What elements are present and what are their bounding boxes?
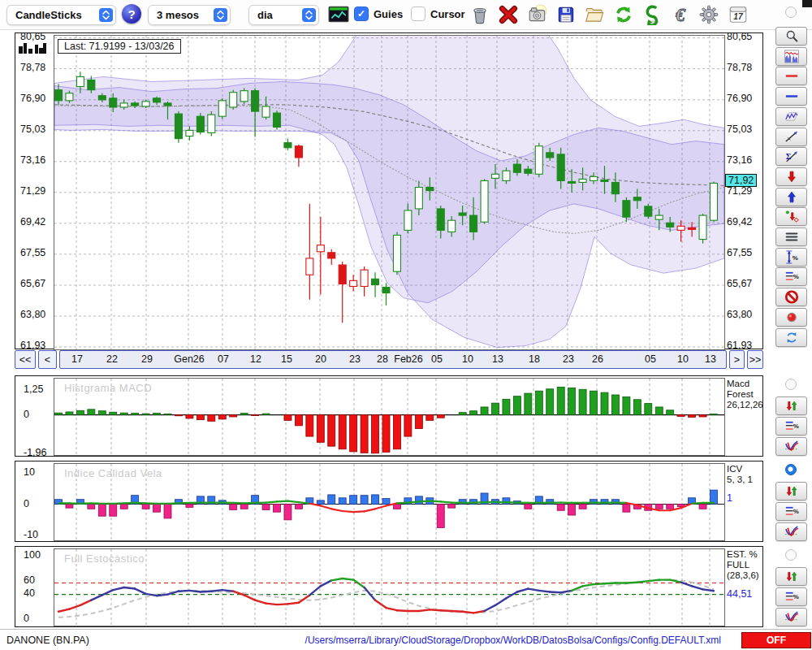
nav-fwd-button[interactable]: > xyxy=(729,350,745,369)
nav-fwd-fast-button[interactable]: >> xyxy=(747,350,763,369)
zigzag-button[interactable] xyxy=(775,107,807,126)
cursor-checkbox[interactable]: Cursor xyxy=(411,6,465,21)
zoom-button[interactable] xyxy=(775,27,807,46)
arrow-up-blue-button[interactable] xyxy=(775,188,807,206)
off-button[interactable]: OFF xyxy=(741,632,811,648)
period-select[interactable]: 3 mesos xyxy=(148,5,231,25)
refresh-icon[interactable] xyxy=(613,4,634,25)
icv-curve-v-button[interactable] xyxy=(775,522,807,541)
date-tick-strip[interactable]: 172229Gen26071215202328Feb26051013182326… xyxy=(59,350,727,369)
candlestick-plot[interactable] xyxy=(54,35,725,350)
date-tick: 10 xyxy=(677,353,689,365)
axis-label: 1,25 xyxy=(24,384,43,395)
checkbox-check-icon xyxy=(411,6,425,21)
three-lines-icon xyxy=(782,229,801,245)
interval-select[interactable]: dia xyxy=(248,5,319,25)
date-tick: Feb26 xyxy=(394,353,422,365)
config-path-label: /Users/mserra/Library/CloudStorage/Dropb… xyxy=(305,635,721,646)
date-tick: 26 xyxy=(592,353,603,365)
price-label: 61,93 xyxy=(20,340,45,351)
stochastic-watermark: Full Estocàstico xyxy=(64,552,145,565)
macd-lines-pct-button[interactable]: % xyxy=(775,417,807,436)
date-tick: Gen26 xyxy=(174,353,205,365)
icv-radio-button[interactable] xyxy=(785,464,797,475)
axis-label: 40 xyxy=(24,587,35,599)
add-signal-button[interactable] xyxy=(775,207,807,226)
icv-arrows-red-green-button[interactable] xyxy=(775,482,807,500)
svg-text:%: % xyxy=(793,593,798,600)
red-hline-icon xyxy=(782,68,801,84)
price-label: 78,78 xyxy=(727,62,752,73)
help-button[interactable]: ? xyxy=(122,4,141,24)
macd-arrows-red-green-button[interactable] xyxy=(775,396,807,415)
axis-label: 0 xyxy=(24,613,29,624)
price-label: 63,80 xyxy=(727,309,752,320)
date-tick: 28 xyxy=(377,353,388,365)
price-label: 75,03 xyxy=(727,124,752,135)
curve-v-icon xyxy=(782,439,801,454)
svg-text:%: % xyxy=(793,508,798,515)
price-label: 69,42 xyxy=(20,216,45,228)
chart-radio-button[interactable] xyxy=(785,6,797,18)
indicator-name: EST. % xyxy=(727,549,759,560)
euro-icon[interactable]: € xyxy=(670,4,691,25)
open-icon[interactable] xyxy=(584,4,605,25)
trash-icon[interactable] xyxy=(469,4,490,25)
curve-v-icon xyxy=(782,524,801,540)
date-tick: 05 xyxy=(645,353,656,365)
measure-pct-icon: % xyxy=(782,249,801,265)
trendline-button[interactable] xyxy=(775,128,807,146)
arrow-up-blue-icon xyxy=(782,189,801,205)
macd-plot[interactable]: Histgrama MACD xyxy=(54,378,725,456)
guies-checkbox[interactable]: ✓ Guies xyxy=(354,6,403,21)
est-arrows-red-green-button[interactable] xyxy=(775,567,807,586)
checkbox-check-icon: ✓ xyxy=(354,6,369,21)
price-label: 73,16 xyxy=(727,154,752,166)
indicator-chart-button[interactable] xyxy=(775,47,807,66)
est-curve-v-button[interactable] xyxy=(775,608,807,626)
sigma-trend-button[interactable]: Σ xyxy=(775,147,807,166)
tool-sidebar: Σ%%%%% xyxy=(767,0,812,650)
snapshot-icon[interactable] xyxy=(527,4,548,25)
est-radio-button[interactable] xyxy=(785,549,797,561)
icv-plot[interactable]: Indice Calidad Vela xyxy=(54,463,725,541)
macd-radio-button[interactable] xyxy=(785,379,797,390)
chart-type-select[interactable]: CandleSticks xyxy=(6,5,116,25)
three-lines-button[interactable] xyxy=(775,228,807,246)
chart-window-icon[interactable] xyxy=(328,4,349,25)
price-label: 76,90 xyxy=(727,93,752,104)
delete-icon[interactable] xyxy=(498,4,519,25)
no-entry-button[interactable] xyxy=(775,288,807,306)
curve-v-icon xyxy=(782,609,801,625)
nav-back-fast-button[interactable]: << xyxy=(15,350,36,369)
indicator-name: 26,12,26 xyxy=(727,400,763,410)
lines-pct-button[interactable]: % xyxy=(775,267,807,286)
stochastic-plot[interactable]: Full Estocàstico xyxy=(54,548,725,626)
measure-pct-button[interactable]: % xyxy=(775,248,807,266)
save-icon[interactable] xyxy=(555,4,577,25)
date-tick: 05 xyxy=(431,353,443,365)
last-price-label: Last: 71.9199 - 13/03/26 xyxy=(58,39,181,54)
zoom-icon xyxy=(782,28,801,44)
axis-label: 100 xyxy=(24,549,41,561)
period-select-value: 3 mesos xyxy=(149,9,214,21)
nav-back-button[interactable]: < xyxy=(38,350,57,369)
swap-arrows-button[interactable] xyxy=(775,328,807,347)
sync-icon[interactable] xyxy=(641,4,663,25)
blue-hline-button[interactable] xyxy=(775,87,807,106)
calendar-icon[interactable]: 17 xyxy=(728,4,749,25)
indicator-name: 5, 3, 1 xyxy=(727,474,753,485)
current-price-tag: 71,92 xyxy=(725,174,757,187)
est-lines-pct-button[interactable]: % xyxy=(775,587,807,606)
settings-icon[interactable] xyxy=(698,4,719,25)
chevron-updown-icon xyxy=(99,8,113,22)
arrow-down-red-button[interactable] xyxy=(775,167,807,186)
symbol-label: DANONE (BN.PA) xyxy=(6,635,89,646)
macd-curve-v-button[interactable] xyxy=(775,437,807,456)
icv-lines-pct-button[interactable]: % xyxy=(775,502,807,521)
price-label: 80,65 xyxy=(20,31,45,42)
chevron-updown-icon xyxy=(214,8,227,22)
red-hline-button[interactable] xyxy=(775,67,807,85)
record-dot-button[interactable] xyxy=(775,308,807,327)
date-tick: 22 xyxy=(106,353,118,365)
